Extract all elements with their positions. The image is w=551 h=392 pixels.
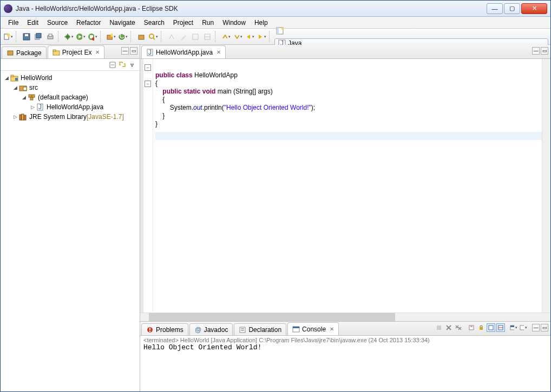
project-tree[interactable]: ◢ HelloWorld ◢ src ◢ (default package) ▷… xyxy=(1,71,140,391)
maximize-button[interactable]: ▢ xyxy=(504,3,520,14)
left-mini-toolbar: ▿ xyxy=(1,59,140,71)
menu-navigate[interactable]: Navigate xyxy=(105,18,139,28)
twistie-icon[interactable]: ▷ xyxy=(11,114,19,119)
menu-source[interactable]: Source xyxy=(43,18,72,28)
menu-window[interactable]: Window xyxy=(218,18,250,28)
box1-button[interactable] xyxy=(190,31,201,42)
svg-rect-40 xyxy=(15,78,18,81)
nav-forward-button[interactable] xyxy=(256,31,267,42)
clear-console-button[interactable] xyxy=(467,323,476,332)
tree-jre[interactable]: ▷ JRE System Library [JavaSE-1.7] xyxy=(2,112,139,122)
main-area: Package Project Ex ✕ — ▭ ▿ ◢ xyxy=(1,45,550,391)
terminate-button[interactable] xyxy=(435,323,443,332)
horizontal-scrollbar[interactable] xyxy=(140,313,550,321)
menu-run[interactable]: Run xyxy=(198,18,218,28)
editor-tabs: J HelloWorldApp.java ✕ — ▭ xyxy=(140,45,550,59)
pencil-button[interactable] xyxy=(178,31,189,42)
show-console-button[interactable] xyxy=(496,323,505,332)
twistie-icon[interactable]: ▷ xyxy=(29,104,36,110)
tree-package[interactable]: ◢ (default package) xyxy=(2,92,139,102)
svg-rect-62 xyxy=(437,325,441,330)
bottom-panel: Problems @ Javadoc Declaration Console ✕ xyxy=(140,321,550,391)
save-all-button[interactable] xyxy=(33,31,44,42)
twistie-icon[interactable]: ◢ xyxy=(11,85,19,90)
twistie-icon[interactable]: ◢ xyxy=(3,75,10,81)
nav-back-button[interactable] xyxy=(244,31,255,42)
fold-marker[interactable]: − xyxy=(145,81,151,87)
minimize-view-button[interactable]: — xyxy=(121,47,129,55)
project-explorer-icon xyxy=(53,49,60,56)
menu-search[interactable]: Search xyxy=(140,18,169,28)
tab-console[interactable]: Console ✕ xyxy=(287,322,339,335)
open-perspective-button[interactable] xyxy=(274,25,285,36)
console-toolbar: — ▭ xyxy=(435,323,548,332)
tree-src[interactable]: ◢ src xyxy=(2,83,139,92)
left-panel: Package Project Ex ✕ — ▭ ▿ ◢ xyxy=(1,45,140,391)
menu-file[interactable]: File xyxy=(4,18,23,28)
twistie-icon[interactable]: ◢ xyxy=(20,95,28,100)
menu-edit[interactable]: Edit xyxy=(23,18,43,28)
library-icon xyxy=(19,113,28,121)
tab-project-explorer[interactable]: Project Ex ✕ xyxy=(48,45,105,58)
nav-next-level-button[interactable] xyxy=(232,31,243,42)
console-body[interactable]: <terminated> HelloWorld [Java Applicatio… xyxy=(140,336,550,391)
tab-package-explorer[interactable]: Package xyxy=(2,46,47,58)
tree-project[interactable]: ◢ HelloWorld xyxy=(2,73,139,83)
vertical-scrollbar[interactable] xyxy=(542,59,550,313)
svg-rect-71 xyxy=(480,327,483,330)
close-button[interactable]: ✕ xyxy=(521,3,547,14)
svg-point-30 xyxy=(281,28,284,30)
editor-tab[interactable]: J HelloWorldApp.java ✕ xyxy=(141,45,226,58)
run-button[interactable] xyxy=(75,31,86,42)
pin-console-button[interactable] xyxy=(487,323,495,332)
new-button[interactable] xyxy=(3,31,14,42)
maximize-view-button[interactable]: ▭ xyxy=(541,324,548,331)
open-type-button[interactable] xyxy=(136,31,147,42)
view-menu-button[interactable]: ▿ xyxy=(128,61,136,69)
link-editor-button[interactable] xyxy=(118,61,127,69)
scroll-lock-button[interactable] xyxy=(477,323,486,332)
search-button[interactable] xyxy=(148,31,159,42)
run-last-button[interactable] xyxy=(87,31,98,42)
svg-rect-43 xyxy=(29,95,31,97)
code-editor[interactable]: public class HelloWorldApp { public stat… xyxy=(153,59,542,313)
close-tab-icon[interactable]: ✕ xyxy=(217,49,221,55)
tab-declaration[interactable]: Declaration xyxy=(234,323,286,335)
menu-help[interactable]: Help xyxy=(250,18,272,28)
close-tab-icon[interactable]: ✕ xyxy=(330,326,334,332)
remove-launch-button[interactable] xyxy=(444,323,453,332)
javadoc-icon: @ xyxy=(194,326,202,334)
left-tabs: Package Project Ex ✕ — ▭ xyxy=(1,45,140,59)
tab-javadoc[interactable]: @ Javadoc xyxy=(189,323,233,335)
minimize-view-button[interactable]: — xyxy=(532,47,540,55)
debug-button[interactable] xyxy=(63,31,74,42)
svg-rect-3 xyxy=(25,34,28,36)
maximize-view-button[interactable]: ▭ xyxy=(130,47,137,55)
tab-problems[interactable]: Problems xyxy=(141,323,188,335)
open-console-button[interactable] xyxy=(519,323,528,332)
maximize-view-button[interactable]: ▭ xyxy=(541,47,548,55)
java-file-icon: J xyxy=(146,49,154,56)
new-class-button[interactable]: C xyxy=(117,31,128,42)
save-button[interactable] xyxy=(21,31,32,42)
fold-marker[interactable]: − xyxy=(145,64,151,71)
close-tab-icon[interactable]: ✕ xyxy=(95,49,100,55)
new-package-button[interactable] xyxy=(106,31,116,42)
minimize-view-button[interactable]: — xyxy=(532,324,540,331)
minimize-button[interactable]: — xyxy=(487,3,503,14)
nav-prev-level-button[interactable] xyxy=(220,31,231,42)
editor-gutter[interactable]: − − xyxy=(140,59,153,313)
svg-rect-49 xyxy=(22,114,24,120)
tab-label: Package xyxy=(16,49,42,57)
collapse-all-button[interactable] xyxy=(108,61,117,69)
box2-button[interactable] xyxy=(202,31,213,42)
menu-refactor[interactable]: Refactor xyxy=(72,18,105,28)
svg-text:C: C xyxy=(120,33,124,40)
display-selected-console-button[interactable] xyxy=(509,323,518,332)
remove-all-button[interactable] xyxy=(454,323,463,332)
tree-file[interactable]: ▷ J HelloWorldApp.java xyxy=(2,102,139,112)
toggle-mark-button[interactable] xyxy=(166,31,177,42)
menu-project[interactable]: Project xyxy=(169,18,198,28)
svg-rect-48 xyxy=(19,115,22,120)
print-button[interactable] xyxy=(45,31,56,42)
